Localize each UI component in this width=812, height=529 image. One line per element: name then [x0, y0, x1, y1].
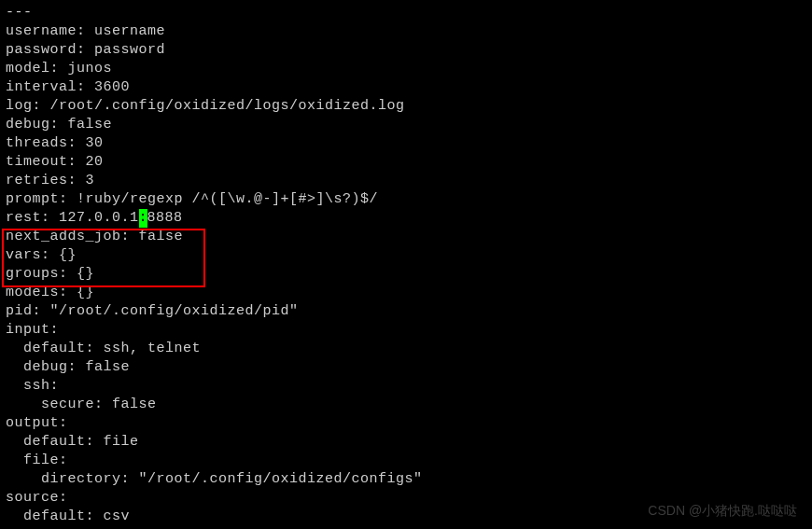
- terminal-cursor[interactable]: :: [139, 209, 147, 228]
- config-line-threads: threads: 30: [6, 134, 806, 153]
- config-line-models: models: {}: [6, 284, 806, 302]
- config-line-groups: groups: {}: [6, 265, 806, 284]
- config-line-password: password: password: [6, 41, 806, 60]
- config-line-model: model: junos: [6, 60, 806, 78]
- config-line-input-secure: secure: false: [6, 396, 806, 414]
- config-line-interval: interval: 3600: [6, 78, 806, 97]
- config-line-pid: pid: "/root/.config/oxidized/pid": [6, 302, 806, 321]
- config-line-prompt: prompt: !ruby/regexp /^([\w.@-]+[#>]\s?)…: [6, 190, 806, 209]
- config-line-debug: debug: false: [6, 116, 806, 134]
- config-line-dashes: ---: [6, 4, 806, 22]
- config-line-retries: retries: 3: [6, 172, 806, 190]
- config-line-username: username: username: [6, 22, 806, 41]
- config-line-log: log: /root/.config/oxidized/logs/oxidize…: [6, 97, 806, 116]
- config-line-input-default: default: ssh, telnet: [6, 340, 806, 358]
- config-line-next-adds-job: next_adds_job: false: [6, 228, 806, 246]
- config-line-output: output:: [6, 414, 806, 433]
- config-line-timeout: timeout: 20: [6, 153, 806, 172]
- config-line-input: input:: [6, 321, 806, 340]
- config-line-output-directory: directory: "/root/.config/oxidized/confi…: [6, 470, 806, 489]
- config-line-input-ssh: ssh:: [6, 377, 806, 396]
- rest-after-cursor: 8888: [147, 210, 183, 226]
- config-line-output-default: default: file: [6, 433, 806, 452]
- config-line-input-debug: debug: false: [6, 358, 806, 377]
- csdn-watermark: CSDN @小猪快跑.哒哒哒: [648, 501, 797, 520]
- config-line-vars: vars: {}: [6, 246, 806, 265]
- config-line-rest[interactable]: rest: 127.0.0.1:8888: [6, 209, 806, 228]
- config-line-output-file: file:: [6, 452, 806, 470]
- rest-before-cursor: rest: 127.0.0.1: [6, 210, 139, 226]
